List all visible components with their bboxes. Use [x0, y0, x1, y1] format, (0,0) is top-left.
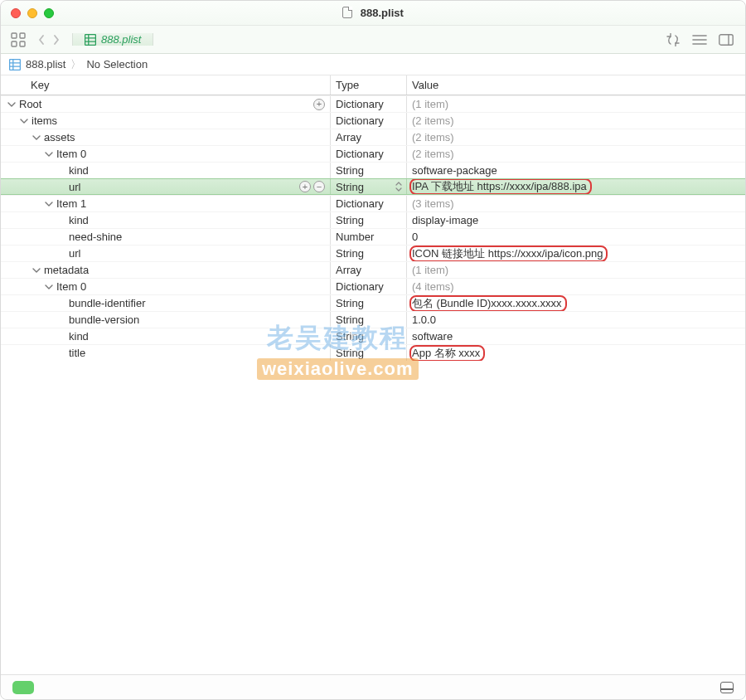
- row-value[interactable]: 0: [412, 231, 418, 243]
- row-key[interactable]: url: [69, 247, 80, 260]
- row-key[interactable]: title: [69, 347, 85, 359]
- row-type[interactable]: Dictionary: [336, 197, 384, 210]
- row-key[interactable]: bundle-version: [69, 314, 139, 326]
- row-key[interactable]: items: [31, 114, 57, 127]
- disclosure-triangle-icon: [57, 316, 65, 324]
- row-value[interactable]: ICON 链接地址 https://xxxx/ipa/icon.png: [412, 246, 603, 261]
- row-type[interactable]: String: [336, 330, 364, 343]
- disclosure-triangle-icon[interactable]: [7, 100, 16, 109]
- nav-back-button[interactable]: [34, 31, 49, 49]
- remove-row-button[interactable]: −: [313, 181, 325, 192]
- row-type[interactable]: Dictionary: [336, 280, 384, 293]
- table-row[interactable]: kind+−Stringsoftware: [1, 328, 745, 344]
- row-value[interactable]: IPA 下载地址 https://xxxx/ipa/888.ipa: [412, 179, 587, 194]
- window-title: 888.plist: [1, 7, 745, 19]
- row-type[interactable]: String: [336, 164, 364, 177]
- row-type[interactable]: Dictionary: [336, 114, 384, 127]
- disclosure-triangle-icon[interactable]: [32, 266, 41, 275]
- row-key[interactable]: url: [69, 181, 80, 193]
- row-value: (1 item): [412, 264, 448, 276]
- disclosure-triangle-icon: [57, 216, 65, 225]
- svg-rect-2: [12, 41, 17, 46]
- tab-current-file[interactable]: 888.plist: [72, 33, 153, 46]
- disclosure-triangle-icon[interactable]: [45, 283, 53, 291]
- table-row[interactable]: url+−StringICON 链接地址 https://xxxx/ipa/ic…: [1, 245, 745, 261]
- row-type[interactable]: Number: [336, 231, 374, 243]
- row-value[interactable]: 1.0.0: [412, 314, 436, 326]
- status-indicator[interactable]: [12, 681, 34, 694]
- row-type[interactable]: String: [336, 297, 364, 309]
- row-value[interactable]: software: [412, 330, 453, 343]
- row-type[interactable]: Array: [336, 131, 361, 143]
- sidebar-toggle-icon[interactable]: [719, 32, 734, 47]
- zoom-window-button[interactable]: [44, 8, 54, 18]
- add-row-button[interactable]: +: [313, 99, 325, 110]
- table-row[interactable]: bundle-version+−String1.0.0: [1, 311, 745, 328]
- refresh-icon[interactable]: [666, 32, 681, 47]
- table-header: Key Type Value: [1, 75, 745, 95]
- row-type[interactable]: Array: [336, 264, 361, 276]
- table-row[interactable]: Root+Dictionary(1 item): [1, 95, 745, 112]
- disclosure-triangle-icon: [57, 167, 65, 175]
- table-row[interactable]: bundle-identifier+−String包名 (Bundle ID)x…: [1, 294, 745, 311]
- row-value[interactable]: App 名称 xxxx: [412, 346, 480, 361]
- row-key[interactable]: metadata: [44, 264, 89, 276]
- window-title-text: 888.plist: [361, 7, 404, 19]
- row-type[interactable]: String: [336, 314, 364, 326]
- row-key[interactable]: Item 1: [56, 197, 86, 210]
- row-type[interactable]: String: [336, 247, 364, 260]
- close-window-button[interactable]: [11, 8, 21, 18]
- row-key[interactable]: Item 0: [56, 280, 86, 293]
- column-header-value[interactable]: Value: [407, 75, 745, 95]
- row-key[interactable]: Item 0: [56, 148, 86, 160]
- disclosure-triangle-icon[interactable]: [45, 200, 53, 208]
- column-header-key[interactable]: Key: [1, 75, 331, 95]
- disclosure-triangle-icon[interactable]: [20, 117, 28, 125]
- table-row[interactable]: url+−StringIPA 下载地址 https://xxxx/ipa/888…: [1, 178, 745, 195]
- plist-grid-icon: [9, 59, 21, 70]
- row-value: (2 items): [412, 131, 454, 143]
- add-row-button[interactable]: +: [299, 181, 311, 192]
- row-key[interactable]: need-shine: [69, 231, 122, 243]
- svg-rect-3: [20, 41, 25, 46]
- row-value[interactable]: software-package: [412, 164, 497, 177]
- table-row[interactable]: need-shine+−Number0: [1, 228, 745, 245]
- row-type[interactable]: String: [336, 214, 364, 226]
- table-row[interactable]: kind+−Stringsoftware-package: [1, 162, 745, 178]
- plist-grid-icon: [85, 34, 96, 46]
- row-key[interactable]: kind: [69, 330, 89, 343]
- disclosure-triangle-icon[interactable]: [32, 134, 41, 142]
- table-row[interactable]: kind+−Stringdisplay-image: [1, 211, 745, 228]
- type-dropdown-icon[interactable]: [395, 181, 403, 192]
- tab-label: 888.plist: [101, 33, 141, 46]
- table-row[interactable]: title+−StringApp 名称 xxxx: [1, 344, 745, 361]
- breadcrumb-file[interactable]: 888.plist: [26, 58, 65, 70]
- row-key[interactable]: Root: [19, 98, 41, 110]
- disclosure-triangle-icon[interactable]: [45, 150, 53, 158]
- table-row[interactable]: items+−Dictionary(2 items): [1, 112, 745, 129]
- thumbnail-view-icon[interactable]: [9, 31, 27, 49]
- nav-forward-button[interactable]: [49, 31, 64, 49]
- svg-rect-4: [85, 34, 96, 45]
- row-value[interactable]: 包名 (Bundle ID)xxxx.xxxx.xxxx: [412, 296, 562, 311]
- row-type[interactable]: Dictionary: [336, 148, 384, 160]
- column-header-type[interactable]: Type: [331, 75, 407, 95]
- outline-icon[interactable]: [692, 32, 707, 47]
- row-key[interactable]: kind: [69, 164, 89, 177]
- minimize-window-button[interactable]: [27, 8, 37, 18]
- row-type[interactable]: Dictionary: [336, 98, 384, 110]
- row-value[interactable]: display-image: [412, 214, 478, 226]
- table-row[interactable]: Item 0+−Dictionary(2 items): [1, 145, 745, 162]
- row-type[interactable]: String: [336, 347, 364, 359]
- expand-panel-icon[interactable]: [720, 682, 734, 693]
- row-key[interactable]: kind: [69, 214, 89, 226]
- breadcrumb-separator-icon: 〉: [70, 57, 81, 72]
- table-row[interactable]: metadata+−Array(1 item): [1, 261, 745, 278]
- table-row[interactable]: Item 0+−Dictionary(4 items): [1, 278, 745, 294]
- row-key[interactable]: bundle-identifier: [69, 297, 146, 309]
- row-key[interactable]: assets: [44, 131, 75, 143]
- row-type[interactable]: String: [336, 181, 364, 193]
- table-row[interactable]: assets+−Array(2 items): [1, 129, 745, 145]
- table-row[interactable]: Item 1+−Dictionary(3 items): [1, 195, 745, 211]
- row-value: (2 items): [412, 148, 454, 160]
